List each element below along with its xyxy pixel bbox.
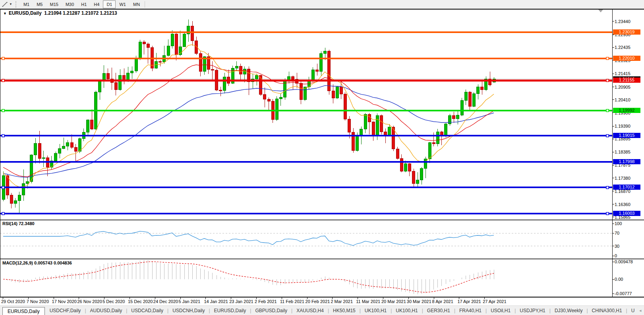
chart-tab-usdchf-daily[interactable]: USDCHF,Daily [46,307,85,314]
collapse-triangle-icon[interactable]: ▼ [3,12,7,16]
price-axis-tick: 1.23440 [615,19,630,24]
horizontal-line-1.21155 [0,80,612,82]
date-axis-label: 24 Dec 2020 [153,299,178,304]
chart-canvas[interactable] [0,0,644,315]
timeframe-button-m5[interactable]: M5 [33,0,46,8]
hline-price-label[interactable]: 1.23019 [613,29,640,35]
rsi-indicator-label: RSI(14) 72.3480 [2,221,35,226]
date-axis-label: 15 Dec 2020 [128,299,153,304]
chart-tab-uk100-h1[interactable]: UK100,H1 [361,307,391,314]
hline-price-label[interactable]: 1.19015 [613,133,640,138]
price-axis-tick: 1.22435 [615,45,630,50]
date-axis-label: 17 Nov 2020 [52,299,77,304]
chart-tab-usdcnh-daily[interactable]: USDCNH,Daily [168,307,209,314]
line-studies-icon[interactable]: ▼ [0,0,14,8]
timeframe-button-m15[interactable]: M15 [46,0,62,8]
timeframe-button-m30[interactable]: M30 [62,0,77,8]
price-axis-tick: 1.18385 [615,150,630,155]
date-axis-label: 14 Jan 2021 [204,299,228,304]
timeframe-button-w1[interactable]: W1 [116,0,130,8]
date-axis-label: 2 Mar 2021 [331,299,353,304]
chart-tab-u[interactable]: U [627,307,639,314]
chart-tab-usoil-h1[interactable]: USOil,H1 [487,307,514,314]
date-axis-label: 26 Nov 2020 [77,299,102,304]
date-axis-label: 20 Mar 2021 [381,299,406,304]
hline-price-label[interactable]: 1.19992 [613,108,640,113]
price-axis-tick: 1.16360 [615,202,630,207]
toolbar-grip [15,1,18,8]
hline-price-label[interactable]: 1.16003 [613,211,640,216]
date-axis-label: 29 Oct 2020 [1,299,25,304]
hline-price-label[interactable]: 1.22010 [613,56,640,61]
horizontal-line-1.17998 [0,161,612,163]
toolbar: ▼ M1M5M15M30H1H4D1W1MN [0,0,644,8]
tab-scroll-arrows: ◄► [638,309,644,313]
macd-indicator-label: MACD(12,26,9) 0.005743 0.004836 [2,261,72,265]
date-axis-label: 8 Apr 2021 [432,299,453,304]
chart-ohlc-values: 1.21094 1.21287 1.21072 1.21213 [44,10,117,16]
date-axis-label: 2 Feb 2021 [255,299,277,304]
price-axis-tick: 1.20905 [615,85,630,90]
date-axis-label: 23 Jan 2021 [229,299,253,304]
chart-tab-china300-h1[interactable]: CHINA300,H1 [588,307,626,314]
rsi-axis-tick: 100 [615,221,622,226]
chart-tab-xauusd-h4[interactable]: XAUUSD,H4 [292,307,328,314]
date-axis-label: 11 Mar 2021 [356,299,380,304]
chart-tab-hk50-m15[interactable]: HK50,M15 [329,307,360,314]
horizontal-line-1.23019 [0,31,612,33]
horizontal-line-1.19015 [0,135,612,136]
date-axis-label: 30 Mar 2021 [407,299,431,304]
rsi-axis-tick: 70 [615,231,619,236]
price-axis-tick: 1.17380 [615,176,630,181]
macd-axis-tick: -0.00777 [615,291,632,296]
price-axis-tick: 1.21415 [615,71,630,76]
date-axis-label: 27 Apr 2021 [483,299,506,304]
date-axis-label: 5 Jan 2021 [179,299,200,304]
toolbar-separator [145,1,145,8]
chart-tab-bar: EURUSD,DailyUSDCHF,Daily|AUDUSD,Daily|US… [0,305,644,315]
chart-tab-usdcad-daily[interactable]: USDCAD,Daily [127,307,167,314]
date-axis-label: 20 Feb 2021 [306,299,330,304]
chart-tab-uk100-h1[interactable]: UK100,H1 [392,307,422,314]
chevron-down-icon: ▼ [9,2,12,6]
timeframe-button-h4[interactable]: H4 [90,0,103,8]
chart-tab-eurusd-daily[interactable]: EURUSD,Daily [2,307,45,315]
tab-scroll-left-icon[interactable]: ◄ [638,309,642,313]
horizontal-line-1.17012 [0,187,612,188]
chart-title: ▼EURUSD,Daily 1.21094 1.21287 1.21072 1.… [3,10,117,16]
horizontal-line-1.19992 [0,110,612,111]
price-axis-tick: 1.20410 [615,97,630,103]
horizontal-line-1.16003 [0,213,612,214]
chart-tab-eurusd-daily[interactable]: EURUSD,Daily [210,307,250,314]
hline-price-label[interactable]: 1.17998 [613,159,640,164]
macd-axis-tick: 0.009478 [615,259,633,264]
macd-axis-tick: 0.00 [615,277,623,282]
timeframe-button-d1[interactable]: D1 [103,0,116,8]
timeframe-button-mn[interactable]: MN [130,0,143,8]
rsi-axis-tick: 30 [615,244,619,249]
date-axis-label: 7 Nov 2020 [27,299,49,304]
chart-tab-gbpusd-daily[interactable]: GBPUSD,Daily [251,307,291,314]
date-axis-label: 17 Apr 2021 [457,299,481,304]
chart-symbol-period: EURUSD,Daily [9,10,42,16]
hline-price-label[interactable]: 1.17012 [613,185,640,190]
hline-price-label[interactable]: 1.21155 [613,78,640,83]
timeframe-button-h1[interactable]: H1 [77,0,90,8]
chart-tab-ger30-h1[interactable]: GER30,H1 [423,307,454,314]
chart-tab-audusd-daily[interactable]: AUDUSD,Daily [86,307,126,314]
rsi-axis-tick: 0 [615,253,617,259]
chart-tab-usdjpy-h1[interactable]: USDJPY,H1 [516,307,549,314]
chart-tab-fra40-h1[interactable]: FRA40,H1 [455,307,485,314]
date-axis-label: 11 Feb 2021 [280,299,304,304]
timeframe-button-m1[interactable]: M1 [20,0,33,8]
timeframe-button-group: M1M5M15M30H1H4D1W1MN [20,0,143,8]
horizontal-line-1.22010 [0,58,612,59]
price-axis-tick: 1.19390 [615,124,630,129]
chart-tab-dj30-weekly[interactable]: DJ30,Weekly [551,307,586,314]
date-axis-label: 5 Dec 2020 [102,299,125,304]
